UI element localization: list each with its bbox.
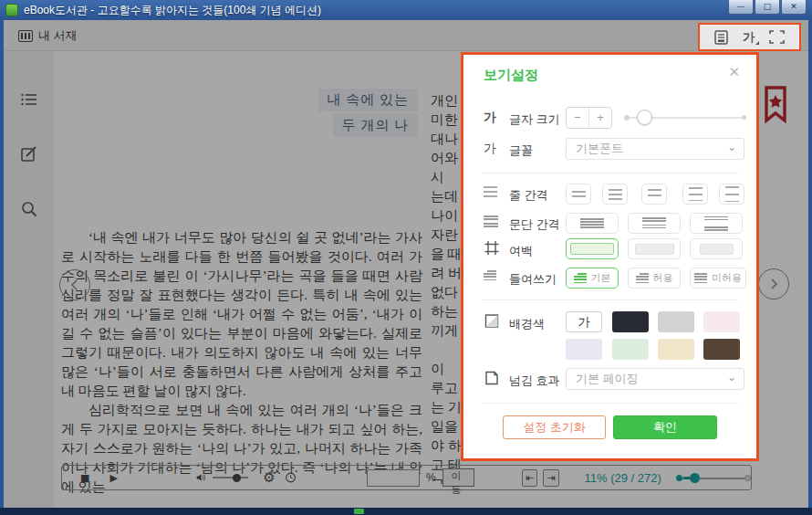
bg-color-swatch-pink[interactable] <box>703 311 740 332</box>
indent-option-label: 허용 <box>653 271 673 285</box>
margin-icon <box>484 241 500 255</box>
divider <box>482 403 738 404</box>
line-spacing-option-5[interactable] <box>719 184 744 205</box>
paragraph-spacing-label: 문단 간격 <box>509 216 560 233</box>
bg-color-swatch-cream[interactable] <box>658 339 694 360</box>
bg-color-swatch-brown[interactable] <box>703 339 740 360</box>
divider <box>482 173 738 173</box>
slider-max-dot <box>742 115 746 120</box>
taskbar-app-indicator <box>354 509 364 514</box>
page-view-icon[interactable] <box>714 30 728 45</box>
margin-label: 여백 <box>509 243 533 259</box>
indent-default-icon <box>574 273 587 283</box>
indent-disallow-icon <box>694 273 707 283</box>
app-logo-icon <box>5 4 18 16</box>
indent-option-allow[interactable]: 허용 <box>628 268 681 289</box>
line-spacing-option-3[interactable] <box>641 184 667 205</box>
dialog-close-icon[interactable]: ✕ <box>728 64 740 80</box>
margin-option-3[interactable] <box>690 238 743 259</box>
indent-option-label: 기본 <box>591 271 611 285</box>
background-color-label: 배경색 <box>509 316 545 332</box>
maximize-button[interactable]: □ <box>755 0 780 15</box>
line-spacing-label: 줄 간격 <box>509 187 548 204</box>
font-size-decrease-button[interactable]: − <box>567 108 589 128</box>
bg-color-swatch-lavender[interactable] <box>566 339 602 360</box>
background-color-icon <box>484 314 500 328</box>
bg-color-swatch-dark[interactable] <box>612 311 649 332</box>
page-turn-effect-label: 넘김 효과 <box>509 373 560 389</box>
font-settings-icon[interactable]: 가 <box>743 29 755 46</box>
paragraph-spacing-option-2[interactable] <box>628 213 681 234</box>
margin-option-2[interactable] <box>628 238 681 259</box>
reset-settings-button[interactable]: 설정 초기화 <box>503 415 606 439</box>
dialog-title: 보기설정 <box>484 67 538 84</box>
line-spacing-option-1[interactable] <box>566 184 591 205</box>
margin-option-1-selected[interactable] <box>566 238 619 259</box>
taskbar-strip <box>0 508 812 515</box>
font-family-label: 글꼴 <box>509 142 533 159</box>
bg-color-swatch-gray[interactable] <box>658 311 694 332</box>
indent-option-disallow[interactable]: 미허용 <box>690 268 746 289</box>
font-family-select[interactable]: 기본폰트 ⌄ <box>566 138 744 160</box>
font-size-slider-knob[interactable] <box>637 110 652 125</box>
indent-allow-icon <box>636 273 649 283</box>
divider <box>482 300 738 300</box>
view-settings-dialog: 보기설정 ✕ 가 글자 크기 − + 가 글꼴 기본폰트 ⌄ <box>461 52 759 461</box>
font-family-icon: 가 <box>484 141 500 157</box>
confirm-button[interactable]: 확인 <box>613 415 717 439</box>
slider-min-dot <box>624 115 630 121</box>
indent-option-default-selected[interactable]: 기본 <box>566 268 619 289</box>
indent-option-label: 미허용 <box>712 271 742 285</box>
line-spacing-option-2[interactable] <box>602 184 628 205</box>
chevron-down-icon: ⌄ <box>727 137 736 157</box>
page-turn-effect-value: 기본 페이징 <box>576 372 639 385</box>
paragraph-spacing-option-3[interactable] <box>690 213 743 234</box>
font-size-stepper: − + <box>566 107 612 129</box>
view-tools-highlight-box: 가 <box>698 23 801 51</box>
font-size-label: 글자 크기 <box>509 111 560 128</box>
window-controls: — □ ✕ <box>728 0 807 15</box>
page-turn-effect-select[interactable]: 기본 페이징 ⌄ <box>566 368 744 390</box>
font-size-slider[interactable] <box>626 117 744 119</box>
font-family-value: 기본폰트 <box>576 142 623 155</box>
paragraph-spacing-icon <box>484 215 500 227</box>
line-spacing-option-4[interactable] <box>682 184 708 205</box>
minimize-button[interactable]: — <box>728 0 754 15</box>
app-content: 내 서재 내 속에 있는 두 개의 나 ‘내 속엔 내가 너무도 많아 당 <box>4 20 808 508</box>
page-turn-effect-icon <box>484 371 500 385</box>
bg-swatch-label: 가 <box>578 315 590 329</box>
close-button[interactable]: ✕ <box>781 0 807 15</box>
chevron-down-icon: ⌄ <box>727 367 736 387</box>
bg-color-swatch-green[interactable] <box>612 339 649 360</box>
line-spacing-icon <box>484 186 497 199</box>
bg-color-swatch-white[interactable]: 가 <box>566 311 602 332</box>
font-size-icon: 가 <box>484 110 500 126</box>
titlebar: eBook도서관 - 고요할수록 밝아지는 것들(100쇄 기념 에디션) — … <box>0 0 812 20</box>
paragraph-spacing-option-1[interactable] <box>566 213 619 234</box>
app-window: eBook도서관 - 고요할수록 밝아지는 것들(100쇄 기념 에디션) — … <box>0 0 812 515</box>
indent-label: 들여쓰기 <box>509 271 557 288</box>
font-size-increase-button[interactable]: + <box>589 108 611 128</box>
fullscreen-icon[interactable] <box>769 30 785 44</box>
indent-icon <box>484 270 496 280</box>
window-title: eBook도서관 - 고요할수록 밝아지는 것들(100쇄 기념 에디션) <box>24 3 321 18</box>
